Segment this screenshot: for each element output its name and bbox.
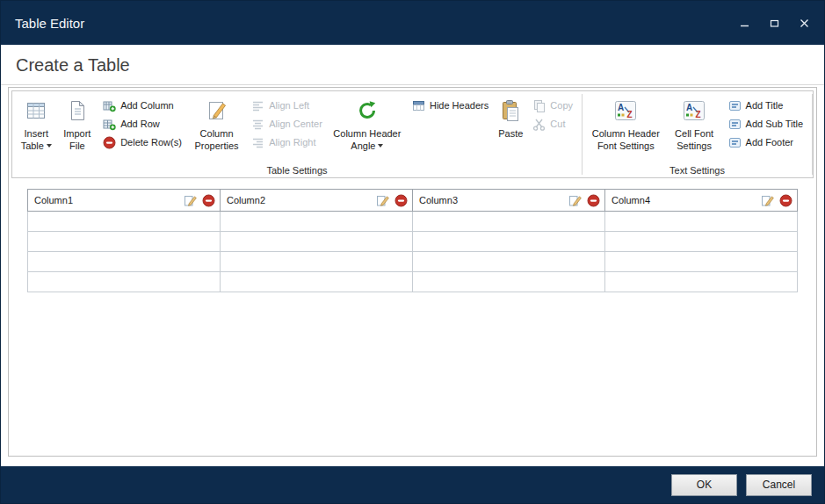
add-row-button[interactable]: Add Row [103,117,182,131]
grid-cell[interactable] [221,252,413,272]
grid-cell[interactable] [605,232,798,252]
edit-column-icon[interactable] [761,194,774,207]
cell-font-settings-icon: AZ [683,97,706,125]
column-header-4[interactable]: Column4 [605,190,798,212]
group-label-text-settings: Text Settings [583,165,812,176]
add-column-button[interactable]: Add Column [103,98,182,112]
align-right-button: Align Right [251,135,322,149]
import-file-icon [68,97,87,125]
copy-label: Copy [550,100,573,111]
align-center-icon [251,118,264,131]
insert-table-button[interactable]: Insert Table [20,95,53,153]
svg-text:Z: Z [696,110,701,119]
column-header-2[interactable]: Column2 [221,190,413,212]
add-footer-button[interactable]: Add Footer [728,135,803,149]
paste-button[interactable]: Paste [498,95,523,140]
column-header-angle-label: Column Header Angle [333,128,401,151]
grid-cell[interactable] [413,272,605,292]
titlebar: Table Editor [1,1,824,45]
svg-text:Z: Z [627,110,633,119]
delete-column-icon[interactable] [779,194,792,207]
window-title: Table Editor [15,16,84,31]
grid-cell[interactable] [605,252,798,272]
window-controls [738,17,810,29]
grid-cell[interactable] [413,212,605,232]
delete-rows-label: Delete Row(s) [120,137,182,148]
align-left-icon [251,99,264,112]
add-footer-label: Add Footer [746,137,793,148]
add-title-label: Add Title [746,100,784,111]
ribbon-toolbar: Insert Table Import File Add Column [11,90,814,178]
page-title: Create a Table [1,45,824,85]
column-properties-icon [206,97,228,125]
editor-panel: Insert Table Import File Add Column [8,87,817,457]
svg-text:A: A [618,103,624,112]
grid-cell[interactable] [413,252,605,272]
import-file-button[interactable]: Import File [62,95,94,153]
hide-headers-label: Hide Headers [430,100,488,111]
delete-column-icon[interactable] [202,194,215,207]
column-header-angle-icon [356,97,379,125]
delete-column-icon[interactable] [394,194,408,207]
insert-table-icon [25,97,47,125]
align-right-label: Align Right [269,137,315,148]
hide-headers-button[interactable]: Hide Headers [412,98,488,112]
column-properties-button[interactable]: Column Properties [192,95,242,153]
svg-text:A: A [686,103,692,112]
paste-icon [500,97,521,125]
grid-cell[interactable] [28,252,221,272]
column-header-font-settings-button[interactable]: AZ Column Header Font Settings [590,95,662,153]
delete-column-icon[interactable] [587,194,600,207]
grid-cell[interactable] [28,272,221,292]
ribbon-divider [812,94,813,175]
table-editor-grid: Column1 Column2 [27,189,798,292]
column-name: Column2 [227,195,376,205]
grid-cell[interactable] [413,232,605,252]
hide-headers-icon [412,99,425,112]
ribbon-group-table-settings: Insert Table Import File Add Column [12,91,582,177]
add-footer-icon [728,136,742,149]
add-sub-title-button[interactable]: Add Sub Title [728,117,803,131]
edit-column-icon[interactable] [376,194,389,207]
column-header-font-settings-icon: AZ [614,97,637,125]
dropdown-caret-icon [47,144,52,148]
ok-button[interactable]: OK [671,474,737,496]
align-left-button: Align Left [251,98,322,112]
add-title-button[interactable]: Add Title [728,98,803,112]
header-visibility-actions: Hide Headers [412,97,488,112]
add-row-label: Add Row [120,119,160,129]
grid-cell[interactable] [28,232,221,252]
delete-rows-button[interactable]: Delete Row(s) [103,135,182,149]
add-column-icon [103,99,116,112]
minimize-icon[interactable] [738,17,750,29]
grid-cell-selected[interactable] [28,212,221,232]
cell-font-settings-button[interactable]: AZ Cell Font Settings [670,95,719,153]
cut-button: Cut [532,117,573,131]
align-center-button: Align Center [251,117,322,131]
cut-label: Cut [550,119,565,129]
grid-cell[interactable] [221,232,413,252]
paste-label: Paste [498,127,523,140]
grid-cell[interactable] [605,272,798,292]
add-sub-title-icon [728,118,742,131]
add-column-label: Add Column [120,100,174,111]
grid-cell[interactable] [221,212,413,232]
column-header-3[interactable]: Column3 [413,190,605,212]
clipboard-actions: Copy Cut [532,97,573,131]
grid-row [28,212,798,232]
close-icon[interactable] [798,17,810,29]
grid-cell[interactable] [605,212,798,232]
cancel-button[interactable]: Cancel [746,474,812,496]
column-header-1[interactable]: Column1 [28,190,221,212]
dropdown-caret-icon [378,144,383,148]
align-left-label: Align Left [269,100,309,111]
column-name: Column4 [612,195,761,205]
maximize-icon[interactable] [768,17,780,29]
column-name: Column1 [34,195,184,205]
edit-column-icon[interactable] [184,194,197,207]
edit-column-icon[interactable] [568,194,582,207]
column-header-angle-button[interactable]: Column Header Angle [332,95,402,153]
add-sub-title-label: Add Sub Title [746,119,803,129]
grid-cell[interactable] [221,272,413,292]
grid-row [28,272,798,292]
